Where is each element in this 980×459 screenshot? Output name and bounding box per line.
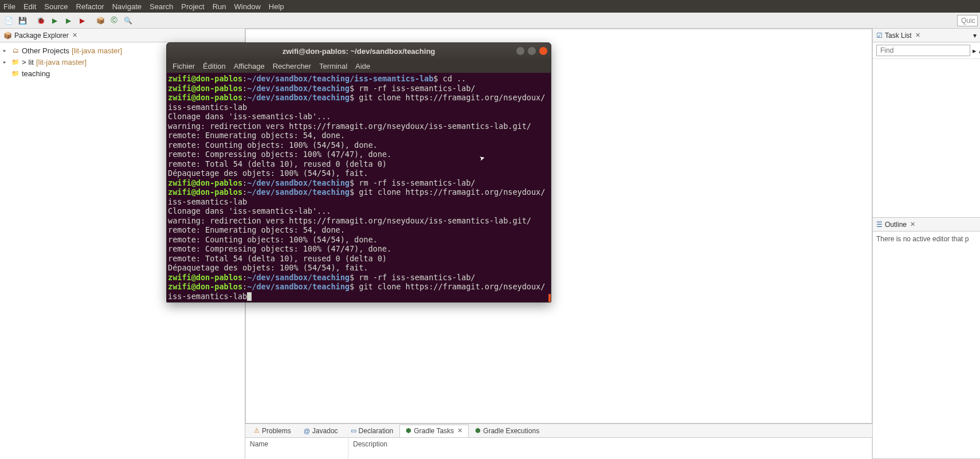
close-icon[interactable] — [539, 47, 547, 55]
close-icon[interactable]: ✕ — [457, 427, 462, 434]
prompt-user: zwifi@don-pablos — [168, 178, 242, 187]
term-output: Dépaquetage des objets: 100% (54/54), fa… — [168, 263, 369, 272]
new-icon[interactable]: 📄 — [2, 14, 15, 27]
task-toolbar-icon[interactable]: ▾ — [973, 32, 977, 40]
term-output: remote: Enumerating objects: 54, done. — [168, 131, 345, 140]
tab-gradle-executions[interactable]: ⬢ Gradle Executions — [469, 425, 546, 437]
branch-label: [lit-java master] — [72, 46, 122, 55]
folder-icon: 📁 — [11, 70, 19, 77]
close-icon[interactable]: ✕ — [915, 32, 920, 39]
column-description[interactable]: Description — [348, 438, 872, 459]
term-output: warning: redirection vers https://framag… — [168, 121, 531, 131]
gradle-tasks-content[interactable]: Name Description — [245, 438, 872, 459]
gradle-icon: ⬢ — [406, 427, 411, 434]
terminal-window[interactable]: zwifi@don-pablos: ~/dev/sandbox/teaching… — [166, 42, 551, 303]
outline-header: ☰ Outline ✕ — [873, 218, 980, 232]
run-icon[interactable]: ▶ — [48, 14, 61, 27]
menu-run[interactable]: Run — [213, 2, 226, 11]
term-output: remote: Counting objects: 100% (54/54), … — [168, 140, 378, 150]
prompt-path: ~/dev/sandbox/teaching — [247, 273, 350, 282]
ide-main-menubar[interactable]: File Edit Source Refactor Navigate Searc… — [0, 0, 980, 13]
quick-access-input[interactable]: Quic — [957, 15, 978, 26]
scrollbar-thumb[interactable] — [548, 294, 551, 302]
menu-navigate[interactable]: Navigate — [112, 2, 142, 11]
expand-icon[interactable]: ▸ — [3, 48, 9, 53]
task-list-controls: ▸ All ▸ — [873, 42, 980, 59]
term-output: remote: Counting objects: 100% (54/54), … — [168, 235, 378, 244]
prompt-path: ~/dev/sandbox/teaching/iss-semantics-lab — [247, 74, 433, 83]
term-menu-fichier[interactable]: Fichier — [173, 62, 195, 70]
prompt-path: ~/dev/sandbox/teaching — [247, 178, 350, 187]
cmd: rm -rf iss-semantics-lab/ — [354, 273, 475, 282]
prompt-path: ~/dev/sandbox/teaching — [247, 187, 350, 197]
tab-gradle-tasks[interactable]: ⬢ Gradle Tasks ✕ — [399, 425, 469, 437]
mouse-pointer-icon: ➤ — [479, 154, 487, 164]
open-type-icon[interactable]: 🔍 — [121, 14, 134, 27]
expand-icon[interactable]: ▸ — [3, 59, 9, 65]
task-list-body[interactable] — [873, 59, 980, 217]
maximize-icon[interactable] — [528, 47, 536, 55]
bottom-panel: ⚠ Problems @ Javadoc ▭ Declaration ⬢ Gra… — [245, 423, 872, 459]
tab-label: Gradle Executions — [483, 427, 539, 435]
menu-window[interactable]: Window — [234, 2, 261, 11]
tab-declaration[interactable]: ▭ Declaration — [344, 425, 400, 437]
window-controls — [516, 47, 547, 55]
prompt-user: zwifi@don-pablos — [168, 93, 242, 102]
declaration-icon: ▭ — [351, 427, 356, 434]
coverage-icon[interactable]: ▶ — [62, 14, 75, 27]
menu-source[interactable]: Source — [44, 2, 68, 11]
gradle-icon: ⬢ — [475, 427, 481, 434]
cursor — [247, 292, 252, 301]
tab-label: Problems — [262, 427, 291, 435]
terminal-menubar[interactable]: Fichier Édition Affichage Rechercher Ter… — [167, 59, 551, 73]
menu-help[interactable]: Help — [269, 2, 284, 11]
package-icon: 📦 — [3, 32, 12, 40]
workingset-icon: 🗂 — [11, 47, 19, 54]
term-menu-rechercher[interactable]: Rechercher — [273, 62, 311, 70]
outline-title: Outline — [885, 221, 907, 229]
term-output: Clonage dans 'iss-semantics-lab'... — [168, 112, 331, 121]
term-output: Clonage dans 'iss-semantics-lab'... — [168, 206, 331, 215]
terminal-title: zwifi@don-pablos: ~/dev/sandbox/teaching — [283, 47, 436, 56]
branch-label: [lit-java master] — [36, 58, 87, 66]
javadoc-icon: @ — [304, 427, 310, 434]
tab-problems[interactable]: ⚠ Problems — [248, 425, 297, 437]
package-explorer-header: 📦 Package Explorer ✕ — [0, 29, 245, 42]
ext-tools-icon[interactable]: ▶ — [76, 14, 88, 27]
term-output: remote: Compressing objects: 100% (47/47… — [168, 244, 391, 253]
task-find-input[interactable] — [876, 45, 970, 56]
column-name[interactable]: Name — [245, 438, 348, 459]
new-package-icon[interactable]: 📦 — [94, 14, 107, 27]
minimize-icon[interactable] — [516, 47, 524, 55]
term-menu-terminal[interactable]: Terminal — [319, 62, 347, 70]
menu-edit[interactable]: Edit — [23, 2, 36, 11]
term-output: warning: redirection vers https://framag… — [168, 216, 531, 225]
cmd: cd .. — [438, 74, 466, 83]
package-explorer-title: Package Explorer — [14, 32, 69, 40]
new-class-icon[interactable]: Ⓒ — [108, 14, 120, 27]
term-menu-edition[interactable]: Édition — [203, 62, 226, 70]
debug-icon[interactable]: 🐞 — [34, 14, 47, 27]
terminal-titlebar[interactable]: zwifi@don-pablos: ~/dev/sandbox/teaching — [167, 43, 551, 59]
right-panel: ☑ Task List ✕ ▾ ▸ All ▸ ☰ Outline ✕ Ther… — [872, 29, 980, 459]
outline-body: There is no active editor that p — [873, 232, 980, 458]
prompt-path: ~/dev/sandbox/teaching — [247, 93, 350, 102]
tab-label: Javadoc — [312, 427, 338, 435]
menu-refactor[interactable]: Refactor — [76, 2, 104, 11]
save-icon[interactable]: 💾 — [16, 14, 29, 27]
prompt-user: zwifi@don-pablos — [168, 187, 242, 197]
tab-javadoc[interactable]: @ Javadoc — [297, 425, 344, 437]
close-icon[interactable]: ✕ — [72, 32, 77, 39]
term-menu-aide[interactable]: Aide — [355, 62, 370, 70]
close-icon[interactable]: ✕ — [910, 221, 915, 228]
chevron-right-icon[interactable]: ▸ — [973, 46, 977, 55]
menu-search[interactable]: Search — [150, 2, 173, 11]
term-output: remote: Compressing objects: 100% (47/47… — [168, 150, 391, 159]
term-output: remote: Enumerating objects: 54, done. — [168, 225, 345, 234]
menu-file[interactable]: File — [3, 2, 15, 11]
prompt-path: ~/dev/sandbox/teaching — [247, 84, 350, 93]
terminal-body[interactable]: zwifi@don-pablos:~/dev/sandbox/teaching/… — [167, 73, 551, 302]
term-menu-affichage[interactable]: Affichage — [234, 62, 265, 70]
tree-label: Other Projects — [22, 46, 69, 55]
menu-project[interactable]: Project — [181, 2, 204, 11]
